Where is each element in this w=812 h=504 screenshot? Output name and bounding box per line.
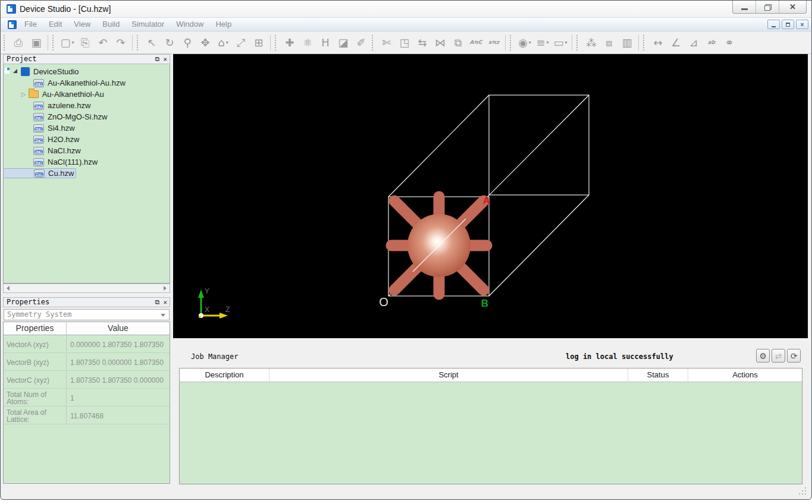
cell-outline-button[interactable]: ▭▾ xyxy=(551,34,569,52)
job-column-actions[interactable]: Actions xyxy=(688,368,802,382)
edit-bond-button[interactable]: ✄ xyxy=(378,34,396,52)
toolbar-drag-handle[interactable] xyxy=(576,35,579,51)
mirror-button[interactable]: ⋈ xyxy=(431,34,449,52)
properties-close-button[interactable]: ✕ xyxy=(163,298,167,307)
rotate-view-button[interactable]: ↻ xyxy=(161,34,178,52)
properties-float-button[interactable]: ⧉ xyxy=(155,298,160,307)
measure-distance-button[interactable]: ↔ xyxy=(649,34,667,52)
resize-grip[interactable] xyxy=(799,487,807,496)
project-float-button[interactable]: ⧉ xyxy=(155,55,160,64)
toolbar-drag-handle[interactable] xyxy=(275,35,278,51)
swap-abc-button[interactable]: A⇆C xyxy=(467,34,485,52)
build-lattice-button[interactable]: ▥ xyxy=(618,34,636,52)
toolbar-drag-handle[interactable] xyxy=(4,35,7,51)
tree-item-si4-hzw[interactable]: HZWSi4.hzw xyxy=(4,122,170,134)
add-atom-button[interactable]: ✚ xyxy=(281,34,299,52)
close-button[interactable]: ✕ xyxy=(779,1,806,13)
zoom-view-button[interactable]: ⚲ xyxy=(178,34,196,52)
bond-length-button[interactable]: ⚭ xyxy=(720,34,738,52)
save-button[interactable]: ▣ xyxy=(27,34,45,52)
tree-item-zno-mgo-si-hzw[interactable]: HZWZnO-MgO-Si.hzw xyxy=(4,111,170,122)
menu-help[interactable]: Help xyxy=(209,18,237,32)
properties-table-header: Properties Value xyxy=(4,322,170,335)
open-project-button[interactable]: ⎙ xyxy=(10,34,27,52)
scroll-left-icon[interactable] xyxy=(7,286,10,291)
tree-item-au-alkanethiol-au-hzw[interactable]: HZWAu-Alkanethiol-Au.hzw xyxy=(4,77,170,89)
open-project-icon: ⎙ xyxy=(14,37,23,48)
fit-view-button[interactable]: ⤢ xyxy=(232,34,250,52)
add-hydrogen-button[interactable]: H xyxy=(316,34,334,52)
toolbar-group: ↔∠⊿ab⚭ xyxy=(649,34,738,52)
dropdown-caret-icon[interactable]: ▾ xyxy=(529,40,531,45)
job-refresh-button[interactable]: ⟳ xyxy=(787,349,801,363)
lattice-vector-button[interactable]: ab xyxy=(703,34,720,52)
toolbar-drag-handle[interactable] xyxy=(52,35,55,51)
draw-bond-button[interactable]: ✐ xyxy=(352,34,370,52)
job-column-status[interactable]: Status xyxy=(628,368,688,382)
mdi-restore-button[interactable] xyxy=(782,20,794,29)
dropdown-caret-icon[interactable]: ▾ xyxy=(565,40,568,45)
cell-outline-icon: ▭ xyxy=(553,37,563,48)
add-fragment-button[interactable]: ⚛ xyxy=(299,34,316,52)
select-atoms-button[interactable]: ◉▾ xyxy=(516,34,534,52)
tree-item-cu-hzw[interactable]: HZWCu.hzw xyxy=(4,168,170,179)
toolbar-drag-handle[interactable] xyxy=(643,35,646,51)
mdi-close-button[interactable]: × xyxy=(796,20,808,29)
menu-file[interactable]: File xyxy=(18,18,43,32)
tree-collapse-icon[interactable]: ▷ xyxy=(21,91,26,97)
translate-button[interactable]: ⇆ xyxy=(413,34,431,52)
tile-windows-button[interactable]: ⊞ xyxy=(250,34,268,52)
measure-dihedral-button[interactable]: ⊿ xyxy=(685,34,703,52)
symmetry-system-select[interactable]: Symmetry System xyxy=(4,309,170,320)
job-settings-button[interactable]: ⚙ xyxy=(756,349,770,363)
tree-root-devicestudio[interactable]: DeviceStudio xyxy=(4,66,170,77)
build-supercell-button[interactable]: ⧈ xyxy=(600,34,618,52)
redo-button[interactable]: ↷ xyxy=(112,34,130,52)
eraser-button[interactable]: ◪ xyxy=(334,34,352,52)
toolbar-drag-handle[interactable] xyxy=(372,35,375,51)
export-button[interactable]: ⎘ xyxy=(76,34,94,52)
pan-view-button[interactable]: ✥ xyxy=(196,34,214,52)
property-value: 11.807468 xyxy=(67,407,170,424)
menu-window[interactable]: Window xyxy=(170,18,209,32)
measure-angle-button[interactable]: ∠ xyxy=(667,34,685,52)
structure-canvas[interactable]: O A B Y X Z xyxy=(173,54,808,338)
tree-item-nacl-hzw[interactable]: HZWNaCl.hzw xyxy=(4,145,170,156)
restore-button[interactable] xyxy=(756,1,779,13)
select-cursor-button[interactable]: ↖ xyxy=(143,34,161,52)
swap-xyz-button[interactable]: x⇆z xyxy=(485,34,503,52)
project-close-button[interactable]: ✕ xyxy=(163,55,167,64)
align-button[interactable]: ≡▾ xyxy=(534,34,551,52)
tree-item-nacl-111-hzw[interactable]: HZWNaCl(111).hzw xyxy=(4,156,170,168)
tree-item-h2o-hzw[interactable]: HZWH2O.hzw xyxy=(4,134,170,145)
minimize-button[interactable] xyxy=(733,1,756,13)
build-molecule-button[interactable]: ⁂ xyxy=(582,34,600,52)
home-view-button[interactable]: ⌂▾ xyxy=(214,34,232,52)
toolbar-drag-handle[interactable] xyxy=(137,35,140,51)
transform-fragment-button[interactable]: ⧉ xyxy=(449,34,467,52)
job-column-script[interactable]: Script xyxy=(269,368,628,382)
tree-expand-icon[interactable] xyxy=(13,69,17,73)
menu-edit[interactable]: Edit xyxy=(43,18,68,32)
tree-item-azulene-hzw[interactable]: HZWazulene.hzw xyxy=(4,100,170,111)
scroll-right-icon[interactable] xyxy=(164,286,167,291)
job-shuffle-button[interactable]: ⇄ xyxy=(772,349,785,363)
job-column-description[interactable]: Description xyxy=(180,368,269,382)
tree-item-au-alkanethiol-au[interactable]: ▷Au-Alkanethiol-Au xyxy=(4,89,170,100)
resize-cell-button[interactable]: ◳ xyxy=(396,34,413,52)
dropdown-caret-icon[interactable]: ▾ xyxy=(226,40,228,45)
dropdown-caret-icon[interactable]: ▾ xyxy=(72,40,74,45)
structure-viewport[interactable]: O A B Y X Z xyxy=(173,54,808,338)
tile-windows-icon: ⊞ xyxy=(254,37,263,48)
menu-view[interactable]: View xyxy=(68,18,96,32)
toolbar-drag-handle[interactable] xyxy=(510,35,513,51)
project-tree-hscrollbar[interactable] xyxy=(3,284,170,293)
property-row: Total Num of Atoms:1 xyxy=(4,389,170,407)
align-icon: ≡ xyxy=(536,37,545,48)
mdi-minimize-button[interactable] xyxy=(767,20,780,29)
dropdown-caret-icon[interactable]: ▾ xyxy=(547,40,549,45)
undo-button[interactable]: ↶ xyxy=(94,34,112,52)
menu-simulator[interactable]: Simulator xyxy=(126,18,170,32)
menu-build[interactable]: Build xyxy=(96,18,126,32)
new-file-button[interactable]: ▢▾ xyxy=(58,34,76,52)
